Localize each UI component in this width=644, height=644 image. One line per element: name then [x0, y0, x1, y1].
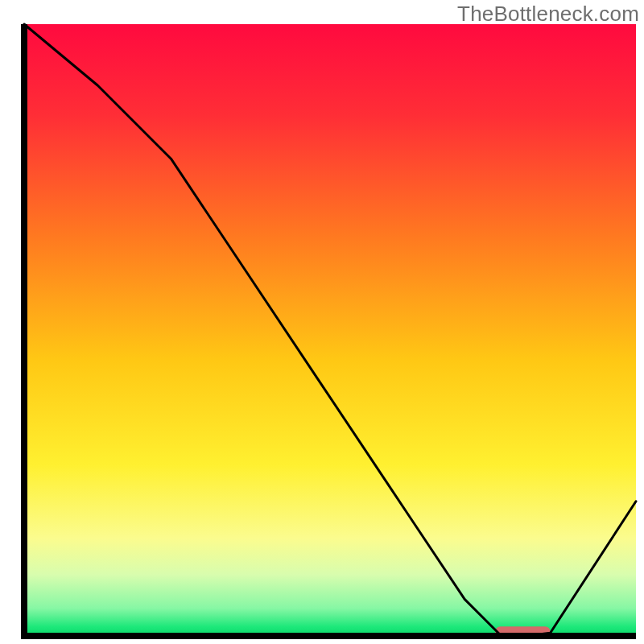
gradient-background — [24, 24, 636, 636]
bottleneck-chart — [0, 0, 644, 644]
chart-container: TheBottleneck.com — [0, 0, 644, 644]
watermark-label: TheBottleneck.com — [457, 2, 639, 27]
